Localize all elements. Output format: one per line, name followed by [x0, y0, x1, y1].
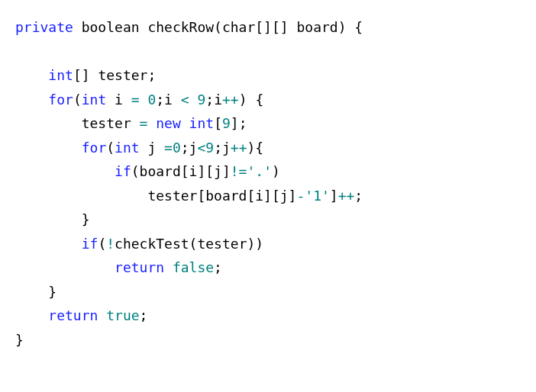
indent: [15, 307, 48, 323]
code-text: }: [15, 211, 90, 227]
op-equals: =: [131, 92, 140, 108]
keyword-int: int: [82, 92, 107, 108]
code-text: (: [73, 92, 82, 108]
code-text: (board[i][j]: [131, 163, 231, 179]
keyword-for: for: [48, 92, 73, 108]
indent: [15, 259, 115, 275]
indent: [15, 140, 82, 156]
code-text: i: [106, 92, 131, 108]
op-minus: -: [296, 188, 305, 204]
code-text: }: [15, 332, 24, 348]
code-text: ): [272, 163, 280, 179]
code-snippet: private boolean checkRow(char[][] board)…: [15, 15, 521, 352]
op-lt: <: [197, 140, 205, 156]
code-text: boolean checkRow(char[][] board) {: [73, 19, 363, 35]
indent: [15, 92, 48, 108]
code-text: ) {: [239, 92, 264, 108]
code-text: tester[board[i][j]: [15, 188, 296, 204]
indent: [15, 163, 115, 179]
code-text: [147, 115, 156, 131]
code-text: [181, 115, 189, 131]
code-text: checkTest(tester)): [115, 236, 263, 252]
bool-literal: true: [106, 307, 139, 323]
code-text: ;i: [205, 92, 222, 108]
keyword-int: int: [189, 115, 215, 131]
num-literal: 9: [197, 92, 205, 108]
code-text: j: [140, 140, 165, 156]
op-increment: ++: [222, 92, 239, 108]
op-equals: =: [164, 140, 173, 156]
code-text: ;: [140, 307, 148, 323]
code-text: ]: [330, 188, 338, 204]
code-text: [189, 92, 198, 108]
bool-literal: false: [173, 259, 214, 275]
char-literal: '.': [247, 163, 272, 179]
keyword-private: private: [15, 19, 73, 35]
keyword-if: if: [115, 163, 131, 179]
code-text: [140, 92, 148, 108]
indent: [15, 67, 48, 83]
code-text: ];: [231, 115, 247, 131]
code-text: (: [106, 140, 115, 156]
keyword-new: new: [156, 115, 181, 131]
code-text: }: [15, 284, 57, 300]
code-text: ;j: [181, 140, 198, 156]
op-ne: !=: [231, 163, 247, 179]
keyword-return: return: [48, 307, 98, 323]
code-text: [: [214, 115, 222, 131]
num-literal: 0: [173, 140, 181, 156]
code-text: tester: [15, 115, 140, 131]
keyword-int: int: [115, 140, 140, 156]
op-equals: =: [140, 115, 148, 131]
code-text: [164, 259, 173, 275]
num-literal: 9: [205, 140, 214, 156]
num-literal: 0: [147, 92, 156, 108]
code-text: ;: [214, 259, 222, 275]
keyword-int: int: [48, 67, 73, 83]
code-text: ){: [247, 140, 264, 156]
op-increment: ++: [338, 188, 355, 204]
char-literal: '1': [305, 188, 330, 204]
code-text: ;j: [214, 140, 231, 156]
keyword-return: return: [115, 259, 164, 275]
code-text: (: [98, 236, 106, 252]
code-text: ;i: [156, 92, 181, 108]
code-text: [98, 307, 106, 323]
op-not: !: [106, 236, 115, 252]
code-text: ;: [354, 188, 363, 204]
code-text: [] tester;: [73, 67, 156, 83]
indent: [15, 236, 82, 252]
num-literal: 9: [222, 115, 231, 131]
keyword-for: for: [82, 140, 107, 156]
keyword-if: if: [82, 236, 98, 252]
op-increment: ++: [231, 140, 247, 156]
op-lt: <: [181, 92, 189, 108]
